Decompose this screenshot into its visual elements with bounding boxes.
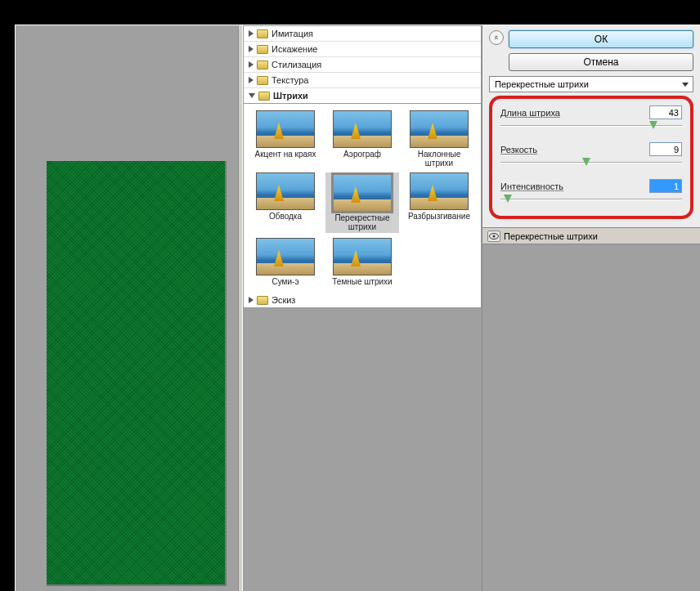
effect-layers-panel: Перекрестные штрихи: [482, 227, 700, 591]
thumbnail-label: Перекрестные штрихи: [330, 213, 395, 231]
category-label: Текстура: [271, 75, 308, 85]
cancel-button[interactable]: Отмена: [509, 53, 693, 71]
expand-icon: [249, 30, 254, 37]
slider-thumb[interactable]: [582, 158, 590, 166]
thumbnail-label: Темные штрихи: [332, 277, 392, 286]
thumbnail-image: [256, 110, 315, 148]
filter-categories-pane: Имитация Искажение Стилизация Текстура Ш: [243, 25, 482, 591]
folder-icon: [257, 76, 268, 85]
folder-icon: [257, 296, 268, 305]
filter-spatter[interactable]: Разбрызгивание: [402, 172, 476, 233]
preview-pane: [16, 25, 238, 591]
slider-track: [500, 162, 682, 163]
collapse-icon: [249, 93, 255, 98]
eye-icon: [489, 233, 499, 240]
thumbnail-image: [256, 172, 315, 210]
category-stylization[interactable]: Стилизация: [244, 57, 481, 73]
category-tree-bottom: Эскиз: [243, 293, 482, 308]
thumbnail-label: Обводка: [269, 212, 302, 221]
filter-accented-edges[interactable]: Акцент на краях: [249, 110, 322, 168]
thumbnail-image: [333, 174, 392, 212]
param-label: Резкость: [500, 145, 537, 154]
param-intensity: Интенсивность: [500, 179, 682, 204]
dialog-frame: Имитация Искажение Стилизация Текстура Ш: [15, 25, 700, 591]
thumbnail-label: Наклонные штрихи: [406, 150, 472, 168]
category-tree: Имитация Искажение Стилизация Текстура Ш: [243, 25, 482, 104]
category-imitation[interactable]: Имитация: [244, 26, 481, 42]
expand-icon: [249, 61, 254, 68]
thumbnail-label: Аэрограф: [343, 150, 381, 159]
filter-crosshatch[interactable]: Перекрестные штрихи: [325, 172, 399, 233]
thumbnail-image: [333, 238, 392, 275]
category-label: Стилизация: [271, 60, 321, 69]
category-label: Штрихи: [273, 91, 308, 101]
filter-angled-strokes[interactable]: Наклонные штрихи: [402, 110, 476, 168]
folder-icon: [257, 29, 268, 38]
category-sketch[interactable]: Эскиз: [244, 293, 481, 307]
sharpness-input[interactable]: [649, 142, 682, 156]
slider-track: [500, 199, 682, 200]
svg-point-1: [493, 235, 496, 237]
filter-thumbnails: Акцент на краях Аэрограф Наклонные штрих…: [243, 104, 482, 293]
thumbnail-image: [410, 172, 469, 210]
param-label: Длина штриха: [500, 108, 560, 118]
settings-pane: « ОК Отмена Перекрестные штрихи Длина шт…: [482, 25, 700, 591]
visibility-toggle[interactable]: [487, 231, 500, 242]
folder-icon: [257, 60, 268, 69]
chevron-up-icon: «: [492, 35, 500, 39]
button-row: « ОК Отмена: [489, 30, 693, 71]
param-stroke-length: Длина штриха: [500, 105, 682, 131]
thumbnail-label: Разбрызгивание: [408, 212, 470, 221]
preview-canvas[interactable]: [47, 161, 227, 586]
expand-icon: [249, 297, 254, 303]
filter-sumi-e[interactable]: Суми-э: [249, 238, 322, 286]
sharpness-slider[interactable]: [500, 158, 682, 168]
effect-layer-name: Перекрестные штрихи: [504, 231, 598, 241]
stroke-length-input[interactable]: [649, 105, 682, 119]
filter-dark-strokes[interactable]: Темные штрихи: [325, 238, 399, 286]
intensity-input[interactable]: [649, 179, 682, 193]
category-label: Искажение: [271, 44, 317, 54]
thumbnail-image: [333, 110, 392, 148]
filter-dropdown[interactable]: Перекрестные штрихи: [489, 76, 693, 92]
parameters-highlight: Длина штриха Резкость: [489, 96, 693, 219]
folder-icon: [257, 45, 268, 54]
intensity-slider[interactable]: [500, 195, 682, 204]
slider-thumb[interactable]: [649, 121, 657, 129]
stroke-length-slider[interactable]: [500, 121, 682, 131]
category-label: Эскиз: [271, 295, 295, 305]
thumbnail-image: [410, 110, 469, 148]
param-label: Интенсивность: [500, 181, 563, 191]
thumbnail-label: Акцент на краях: [255, 150, 316, 159]
slider-thumb[interactable]: [504, 195, 512, 203]
collapse-settings-button[interactable]: «: [489, 30, 504, 45]
category-label: Имитация: [271, 29, 313, 38]
ok-button[interactable]: ОК: [509, 30, 693, 48]
category-strokes[interactable]: Штрихи: [244, 88, 481, 103]
param-sharpness: Резкость: [500, 142, 682, 168]
category-texture[interactable]: Текстура: [244, 73, 481, 88]
category-distortion[interactable]: Искажение: [244, 42, 481, 57]
effect-layer-row[interactable]: Перекрестные штрихи: [482, 228, 700, 244]
filter-dropdown-value: Перекрестные штрихи: [495, 79, 589, 89]
filter-pane-empty: [243, 308, 482, 591]
filter-ink-outlines[interactable]: Обводка: [249, 172, 322, 233]
folder-icon: [258, 92, 270, 101]
button-stack: ОК Отмена: [509, 30, 693, 71]
expand-icon: [249, 77, 254, 83]
thumbnail-label: Суми-э: [271, 277, 298, 286]
thumbnail-image: [256, 238, 315, 275]
expand-icon: [249, 46, 254, 52]
filter-airbrush[interactable]: Аэрограф: [325, 110, 399, 168]
